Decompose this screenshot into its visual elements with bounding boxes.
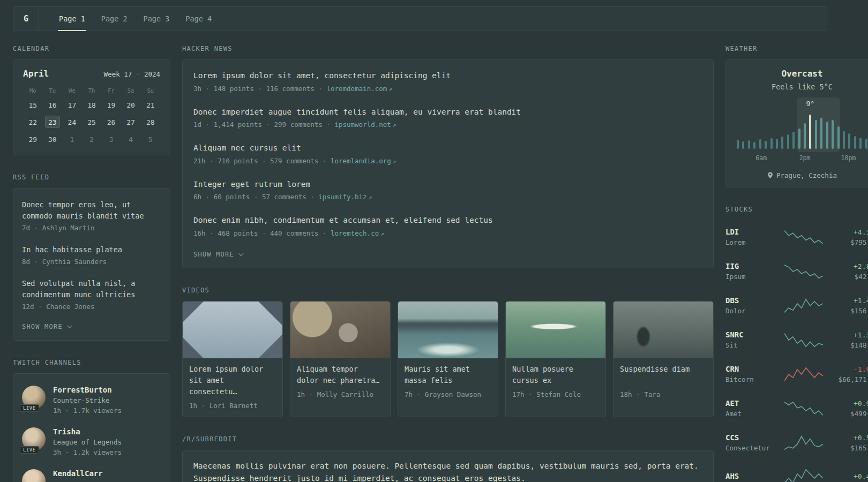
location-pin-icon bbox=[767, 172, 773, 179]
post-title[interactable]: Maecenas mollis pulvinar erat non posuer… bbox=[193, 460, 702, 482]
separator-dot: · bbox=[318, 157, 331, 165]
middle-column: HACKER NEWS Lorem ipsum dolor sit amet, … bbox=[182, 45, 714, 482]
calendar-week: Week 17 · 2024 bbox=[104, 70, 160, 78]
stock-row[interactable]: DBSDolor+1.42%$156.28 bbox=[725, 289, 868, 323]
hackernews-show-more-button[interactable]: SHOW MORE bbox=[193, 244, 702, 267]
rss-item[interactable]: Donec tempor eros leo, ut commodo mauris… bbox=[22, 193, 161, 238]
stock-row[interactable]: SNRCSit+1.36%$148.64 bbox=[725, 323, 868, 357]
video-info: Suspendisse diam18h · Tara bbox=[613, 358, 713, 405]
rss-widget: RSS FEED Donec tempor eros leo, ut commo… bbox=[13, 174, 170, 341]
calendar-day: 5 bbox=[143, 133, 158, 145]
stock-price: $499.72 bbox=[828, 410, 868, 418]
stocks-widget: STOCKS LDILorem+4.35%$795.18IIGIpsum+2.8… bbox=[725, 206, 868, 482]
meta-part: 1h bbox=[297, 390, 305, 398]
calendar-day: 4 bbox=[123, 133, 138, 145]
item-meta: 17h · Stefan Cole bbox=[512, 390, 599, 398]
weather-bar bbox=[804, 123, 806, 149]
hackernews-item[interactable]: Integer eget rutrum lorem6h · 60 points … bbox=[193, 172, 702, 208]
stock-identity: LDILorem bbox=[725, 228, 779, 246]
video-card[interactable]: Nullam posuere cursus ex17h · Stefan Col… bbox=[505, 301, 606, 417]
stocks-list: LDILorem+4.35%$795.18IIGIpsum+2.84%$42.0… bbox=[725, 220, 868, 482]
item-meta: 7d · Ashlyn Martin bbox=[22, 224, 161, 232]
stock-change: +0.92% bbox=[828, 400, 868, 408]
separator-dot: · bbox=[201, 85, 214, 93]
stock-change: +1.36% bbox=[828, 331, 868, 339]
calendar-header: April Week 17 · 2024 bbox=[23, 69, 160, 79]
separator-dot: · bbox=[305, 390, 317, 398]
item-domain-link[interactable]: loremtech.co↗ bbox=[331, 229, 384, 237]
separator-dot: · bbox=[258, 157, 270, 165]
tab-page-1[interactable]: Page 1 bbox=[51, 7, 93, 31]
meta-part: 21h bbox=[193, 157, 206, 165]
stock-identity: AETAmet bbox=[725, 399, 779, 418]
video-card[interactable]: Lorem ipsum dolor sit amet consectetu…1h… bbox=[182, 301, 283, 417]
separator-dot: · bbox=[318, 229, 331, 237]
calendar-grid: MoTuWeThFrSaSu15161718192021222324252627… bbox=[23, 87, 160, 145]
calendar-day: 24 bbox=[64, 116, 79, 128]
hackernews-item[interactable]: Lorem ipsum dolor sit amet, consectetur … bbox=[193, 63, 702, 100]
calendar-section-title: CALENDAR bbox=[13, 45, 170, 52]
meta-part: 57 comments bbox=[262, 193, 306, 201]
rss-show-more-button[interactable]: SHOW MORE bbox=[22, 317, 161, 339]
item-domain-link[interactable]: loremlandia.org↗ bbox=[331, 157, 396, 165]
stock-row[interactable]: AETAmet+0.92%$499.72 bbox=[725, 391, 868, 426]
hackernews-item-title: Lorem ipsum dolor sit amet, consectetur … bbox=[193, 71, 702, 81]
hackernews-item[interactable]: Donec enim nibh, condimentum et accumsan… bbox=[193, 208, 702, 244]
stock-row[interactable]: CCSConsectetur+0.51%$165.84 bbox=[725, 426, 868, 460]
stock-row[interactable]: AHS+0.46% bbox=[725, 460, 868, 482]
stock-values: +4.35%$795.18 bbox=[828, 228, 868, 246]
calendar-day: 28 bbox=[143, 116, 158, 128]
stock-price: $156.28 bbox=[828, 307, 868, 315]
item-domain-link[interactable]: ipsumify.biz↗ bbox=[318, 193, 372, 201]
weather-bar bbox=[759, 139, 761, 149]
weather-axis-label: 6am bbox=[755, 154, 767, 162]
hackernews-item[interactable]: Aliquam nec cursus elit21h · 710 points … bbox=[193, 135, 702, 172]
app-logo[interactable]: G bbox=[13, 7, 39, 31]
tab-page-4[interactable]: Page 4 bbox=[177, 7, 220, 31]
rss-list: Donec tempor eros leo, ut commodo mauris… bbox=[22, 193, 161, 317]
item-meta: 18h · Tara bbox=[620, 390, 707, 398]
video-card[interactable]: Suspendisse diam18h · Tara bbox=[613, 301, 714, 417]
stock-name: Sit bbox=[725, 341, 779, 349]
weather-bar bbox=[832, 120, 834, 149]
item-domain-link[interactable]: ipsumworld.net↗ bbox=[334, 120, 396, 129]
rss-item-title: Sed volutpat nulla nisl, a condimentum n… bbox=[22, 278, 161, 300]
stock-row[interactable]: LDILorem+4.35%$795.18 bbox=[725, 220, 868, 254]
calendar-day: 19 bbox=[104, 99, 119, 111]
meta-part: Lori Barnett bbox=[209, 402, 258, 410]
video-card[interactable]: Mauris sit amet massa felis7h · Grayson … bbox=[398, 301, 498, 417]
weather-bar bbox=[742, 141, 744, 149]
stock-name: Bitcorn bbox=[725, 375, 779, 383]
weather-location[interactable]: Prague, Czechia bbox=[735, 171, 868, 179]
separator-dot: · bbox=[30, 258, 42, 266]
rss-section-title: RSS FEED bbox=[13, 174, 170, 181]
rss-item[interactable]: In hac habitasse platea8d · Cynthia Saun… bbox=[22, 238, 161, 272]
twitch-channel[interactable]: LIVEForrestBurtonCounter-Strike1h · 1.7k… bbox=[22, 379, 161, 421]
weather-bar bbox=[809, 115, 811, 149]
meta-part: 8d bbox=[22, 258, 30, 266]
avatar: LIVE bbox=[22, 469, 46, 482]
twitch-channel[interactable]: LIVETrishaLeague of Legends3h · 1.2k vie… bbox=[22, 421, 161, 463]
stock-identity: SNRCSit bbox=[725, 330, 779, 349]
stock-change: +1.42% bbox=[828, 297, 868, 305]
video-thumbnail bbox=[506, 302, 605, 358]
separator-dot: · bbox=[197, 402, 209, 410]
calendar-day-header: Sa bbox=[128, 87, 134, 94]
rss-item[interactable]: Sed volutpat nulla nisl, a condimentum n… bbox=[22, 272, 161, 317]
tab-page-2[interactable]: Page 2 bbox=[93, 7, 136, 31]
external-link-icon: ↗ bbox=[380, 230, 384, 237]
hackernews-item[interactable]: Donec imperdiet augue tincidunt felis al… bbox=[193, 100, 702, 136]
weather-card: Overcast Feels like 5°C 9° 6am2pm10pm Pr… bbox=[725, 59, 868, 187]
video-info: Aliquam tempor dolor nec pharetra…1h · M… bbox=[290, 358, 390, 405]
twitch-channel[interactable]: LIVEKendallCarr bbox=[22, 463, 161, 482]
item-domain-link[interactable]: loremdomain.com↗ bbox=[326, 85, 392, 93]
stock-row[interactable]: IIGIpsum+2.84%$42.04 bbox=[725, 254, 868, 289]
meta-part: 17h bbox=[512, 390, 525, 398]
video-card[interactable]: Aliquam tempor dolor nec pharetra…1h · M… bbox=[290, 301, 391, 417]
stock-row[interactable]: CRNBitcorn-1.00%$66,171.48 bbox=[725, 357, 868, 391]
tab-page-3[interactable]: Page 3 bbox=[136, 7, 178, 31]
meta-part: 1h bbox=[189, 402, 197, 410]
stock-change: +2.84% bbox=[828, 262, 868, 270]
meta-part: 468 points bbox=[218, 229, 258, 237]
channel-name: Trisha bbox=[53, 427, 122, 436]
